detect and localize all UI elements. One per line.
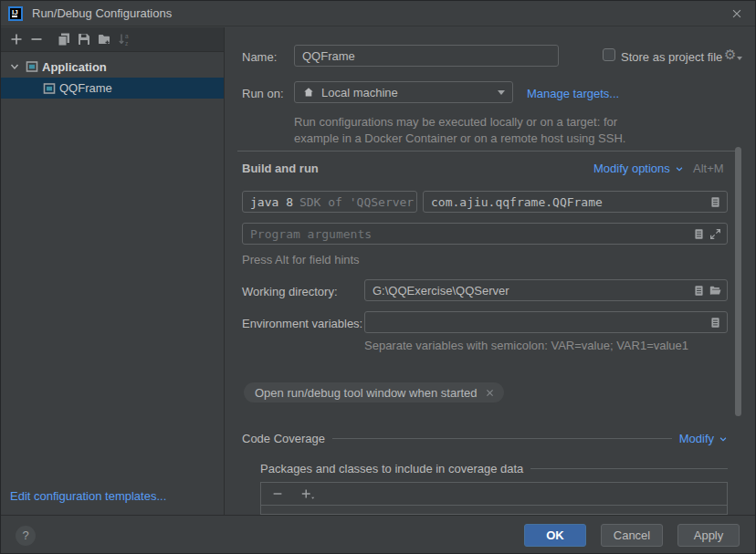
insert-macros-button[interactable] — [707, 193, 723, 210]
question-icon: ? — [22, 528, 28, 542]
new-folder-icon — [97, 32, 111, 47]
remove-icon — [29, 32, 44, 47]
chevron-down-icon — [9, 61, 20, 72]
jre-value: java 8 — [250, 195, 293, 209]
coverage-packages-section: Packages and classes to include in cover… — [260, 462, 728, 476]
store-as-project-file-checkbox[interactable] — [603, 48, 615, 61]
application-icon — [43, 82, 56, 95]
save-icon — [77, 32, 91, 47]
name-input[interactable] — [295, 49, 558, 63]
section-divider — [332, 438, 672, 439]
chevron-down-icon — [719, 434, 728, 444]
browse-directory-button[interactable] — [707, 282, 723, 298]
home-icon — [302, 86, 315, 99]
folder-open-icon — [709, 284, 722, 297]
main-class-field[interactable]: com.ajiu.qqframe.QQFrame — [423, 191, 728, 213]
tree-group-label: Application — [42, 60, 107, 74]
help-button[interactable]: ? — [16, 526, 36, 546]
remove-configuration-button[interactable] — [26, 30, 47, 48]
program-arguments-field[interactable]: Program arguments — [242, 223, 728, 245]
run-on-hint-line1: Run configurations may be executed local… — [294, 115, 617, 129]
insert-macros-button[interactable] — [690, 282, 707, 298]
run-debug-configurations-dialog: IJ Run/Debug Configurations — [0, 0, 756, 554]
run-on-label: Run on: — [242, 87, 284, 100]
macros-icon — [693, 227, 705, 241]
copy-configuration-button[interactable] — [54, 30, 74, 48]
working-directory-field[interactable]: G:\QQExercise\QQServer — [364, 279, 728, 301]
main-class-value: com.ajiu.qqframe.QQFrame — [431, 195, 603, 209]
insert-macros-button[interactable] — [690, 225, 707, 242]
insert-macros-button[interactable] — [707, 314, 723, 330]
coverage-add-button[interactable] — [299, 485, 316, 503]
close-icon — [730, 7, 743, 20]
configurations-sidebar: a z Application QQFrame — [1, 27, 225, 515]
coverage-panel-toolbar — [261, 483, 727, 506]
run-on-value: Local machine — [321, 86, 398, 99]
apply-button[interactable]: Apply — [677, 524, 740, 547]
environment-variables-field[interactable] — [364, 311, 728, 333]
manage-targets-link[interactable]: Manage targets... — [527, 87, 619, 100]
configurations-tree: Application QQFrame — [1, 52, 224, 99]
run-on-combobox[interactable]: Local machine — [294, 81, 513, 103]
before-launch-tag[interactable]: Open run/debug tool window when started — [244, 382, 504, 402]
application-icon — [26, 60, 38, 73]
store-settings-gear-button[interactable]: ⚙ — [724, 47, 742, 61]
close-icon — [485, 388, 495, 398]
new-folder-button[interactable] — [94, 30, 114, 48]
copy-icon — [57, 32, 71, 47]
name-field-wrap — [294, 45, 559, 67]
coverage-packages-panel — [260, 482, 728, 515]
svg-text:a: a — [125, 33, 129, 39]
coverage-packages-label: Packages and classes to include in cover… — [260, 462, 523, 476]
configuration-editor: Name: Store as project file ⚙ Run on: Lo… — [226, 26, 756, 515]
coverage-modify-link[interactable]: Modify — [679, 432, 728, 445]
gear-icon: ⚙ — [724, 47, 736, 61]
code-coverage-title: Code Coverage — [242, 432, 325, 445]
intellij-logo-icon: IJ — [8, 6, 23, 21]
name-label: Name: — [242, 50, 277, 64]
sidebar-toolbar: a z — [1, 27, 224, 52]
add-configuration-button[interactable] — [6, 30, 26, 48]
modify-options-shortcut: Alt+M — [693, 162, 724, 175]
tree-group-application[interactable]: Application — [1, 56, 224, 78]
tree-item-qqframe[interactable]: QQFrame — [1, 78, 224, 99]
modify-options-link[interactable]: Modify options — [593, 162, 684, 175]
edit-configuration-templates-link[interactable]: Edit configuration templates... — [10, 489, 166, 503]
before-launch-tag-label: Open run/debug tool window when started — [255, 386, 478, 400]
expand-field-button[interactable] — [707, 225, 723, 242]
sort-alpha-icon: a z — [117, 32, 131, 47]
macros-icon — [709, 316, 721, 329]
expand-icon — [709, 228, 721, 240]
coverage-remove-button[interactable] — [270, 485, 285, 503]
code-coverage-section: Code Coverage Modify — [242, 432, 728, 445]
chevron-down-icon — [498, 90, 505, 95]
macros-icon — [693, 284, 705, 298]
macros-icon — [709, 195, 721, 209]
sort-alpha-button[interactable]: a z — [114, 30, 134, 48]
working-directory-label: Working directory: — [242, 285, 338, 298]
close-button[interactable] — [728, 5, 746, 22]
environment-variables-hint: Separate variables with semicolon: VAR=v… — [364, 339, 688, 352]
section-divider — [530, 468, 728, 469]
working-directory-value: G:\QQExercise\QQServer — [373, 284, 509, 298]
ok-button[interactable]: OK — [524, 524, 586, 547]
cancel-button[interactable]: Cancel — [601, 524, 663, 547]
save-configuration-button[interactable] — [74, 30, 94, 48]
svg-text:z: z — [125, 40, 128, 47]
jre-detail: SDK of 'QQServer' m — [299, 195, 417, 209]
remove-tag-button[interactable] — [485, 388, 495, 398]
dialog-title: Run/Debug Configurations — [32, 6, 172, 20]
chevron-down-icon — [675, 164, 684, 173]
field-hints-text: Press Alt for field hints — [242, 253, 360, 267]
vertical-scrollbar[interactable] — [735, 147, 741, 416]
remove-icon — [271, 487, 284, 500]
add-dropdown-icon — [300, 486, 315, 501]
jre-combobox[interactable]: java 8 SDK of 'QQServer' m — [242, 191, 417, 213]
program-arguments-placeholder: Program arguments — [250, 227, 372, 241]
chevron-down-icon — [737, 57, 742, 60]
store-as-project-file-label: Store as project file — [621, 50, 722, 64]
dialog-footer: ? OK Cancel Apply — [1, 515, 755, 554]
title-bar: IJ Run/Debug Configurations — [1, 1, 755, 26]
tree-item-label: QQFrame — [59, 81, 112, 95]
coverage-table-area — [261, 506, 727, 514]
